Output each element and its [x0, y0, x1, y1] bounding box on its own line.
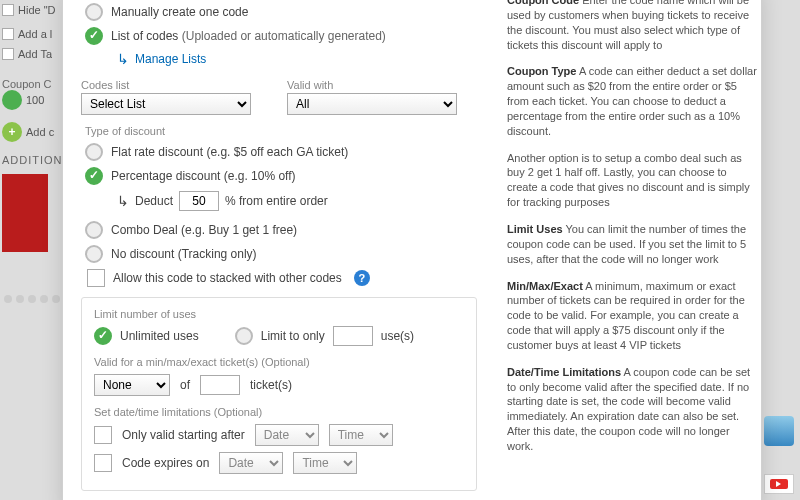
radio-label: Percentage discount (e.g. 10% off) — [111, 169, 296, 183]
bg-label: Coupon C — [2, 78, 58, 90]
codes-list-select[interactable]: Select List — [81, 93, 251, 115]
valid-with-label: Valid with — [287, 79, 457, 91]
start-date-select[interactable]: Date — [255, 424, 319, 446]
radio-label: Combo Deal (e.g. Buy 1 get 1 free) — [111, 223, 297, 237]
help-text: Enter the code name which will be used b… — [507, 0, 749, 51]
start-time-select[interactable]: Time — [329, 424, 393, 446]
bg-label: Add a l — [18, 28, 52, 40]
radio-icon — [85, 3, 103, 21]
radio-icon — [85, 27, 103, 45]
datetime-title: Set date/time limitations (Optional) — [94, 406, 464, 418]
discount-type-title: Type of discount — [85, 125, 491, 137]
radio-no-discount[interactable]: No discount (Tracking only) — [81, 245, 491, 263]
help-text: A coupon code can be set to only become … — [507, 366, 750, 452]
radio-icon — [85, 167, 103, 185]
deduct-percent-input[interactable] — [179, 191, 219, 211]
radio-icon — [94, 327, 112, 345]
codes-list-label: Codes list — [81, 79, 251, 91]
deduct-suffix: % from entire order — [225, 194, 328, 208]
expire-checkbox[interactable] — [94, 454, 112, 472]
background-left: Hide "D Add a l Add Ta Coupon C 100 +Add… — [0, 0, 60, 500]
radio-list-of-codes[interactable]: List of codes (Uploaded or automatically… — [81, 27, 491, 45]
start-date-label: Only valid starting after — [122, 428, 245, 442]
help-icon[interactable]: ? — [354, 270, 370, 286]
stack-checkbox[interactable] — [87, 269, 105, 287]
radio-label: List of codes (Uploaded or automatically… — [111, 29, 386, 43]
bg-app-icon — [764, 416, 794, 446]
deduct-label: Deduct — [135, 194, 173, 208]
coupon-editor-panel: Manually create one code List of codes (… — [62, 0, 762, 500]
bg-label: Hide "D — [18, 4, 56, 16]
radio-label: Manually create one code — [111, 5, 248, 19]
valid-with-select[interactable]: All — [287, 93, 457, 115]
radio-icon — [85, 245, 103, 263]
expire-time-select[interactable]: Time — [293, 452, 357, 474]
bg-label: 100 — [26, 94, 44, 106]
radio-manual-code[interactable]: Manually create one code — [81, 3, 491, 21]
help-heading: Coupon Type — [507, 65, 576, 77]
minmax-title: Valid for a min/max/exact ticket(s) (Opt… — [94, 356, 464, 368]
of-label: of — [180, 378, 190, 392]
manage-lists-link[interactable]: Manage Lists — [135, 52, 206, 66]
expire-label: Code expires on — [122, 456, 209, 470]
minmax-qty-input[interactable] — [200, 375, 240, 395]
radio-combo-deal[interactable]: Combo Deal (e.g. Buy 1 get 1 free) — [81, 221, 491, 239]
bg-section: ADDITION — [2, 154, 58, 166]
radio-flat-rate[interactable]: Flat rate discount (e.g. $5 off each GA … — [81, 143, 491, 161]
uses-suffix: use(s) — [381, 329, 414, 343]
bg-checkbox — [2, 4, 14, 16]
bg-add-icon: + — [2, 122, 22, 142]
start-date-checkbox[interactable] — [94, 426, 112, 444]
minmax-mode-select[interactable]: None — [94, 374, 170, 396]
bg-label: Add Ta — [18, 48, 52, 60]
bg-checkbox — [2, 48, 14, 60]
limit-uses-box: Limit number of uses Unlimited uses Limi… — [81, 297, 477, 491]
help-text: Another option is to setup a combo deal … — [507, 152, 750, 209]
help-heading: Date/Time Limitations — [507, 366, 621, 378]
indent-arrow-icon: ↳ — [117, 51, 129, 67]
tickets-label: ticket(s) — [250, 378, 292, 392]
bg-thumbnail — [2, 174, 48, 252]
radio-icon — [85, 143, 103, 161]
bg-badge — [2, 90, 22, 110]
radio-label: Unlimited uses — [120, 329, 199, 343]
limit-uses-title: Limit number of uses — [94, 308, 464, 320]
bg-label: Add c — [26, 126, 54, 138]
limit-uses-input[interactable] — [333, 326, 373, 346]
help-heading: Min/Max/Exact — [507, 280, 583, 292]
radio-label: No discount (Tracking only) — [111, 247, 257, 261]
radio-unlimited-uses[interactable]: Unlimited uses — [94, 327, 199, 345]
help-heading: Coupon Code — [507, 0, 579, 6]
radio-label: Limit to only — [261, 329, 325, 343]
radio-icon — [85, 221, 103, 239]
background-right — [758, 0, 800, 500]
stack-label: Allow this code to stacked with other co… — [113, 271, 342, 285]
help-sidebar: Coupon Code Enter the code name which wi… — [507, 0, 757, 466]
radio-icon — [235, 327, 253, 345]
radio-label: Flat rate discount (e.g. $5 off each GA … — [111, 145, 348, 159]
radio-percentage[interactable]: Percentage discount (e.g. 10% off) — [81, 167, 491, 185]
expire-date-select[interactable]: Date — [219, 452, 283, 474]
indent-arrow-icon: ↳ — [117, 193, 129, 209]
bg-checkbox — [2, 28, 14, 40]
youtube-icon — [764, 474, 794, 494]
help-heading: Limit Uses — [507, 223, 563, 235]
radio-limit-uses[interactable]: Limit to only use(s) — [235, 326, 414, 346]
